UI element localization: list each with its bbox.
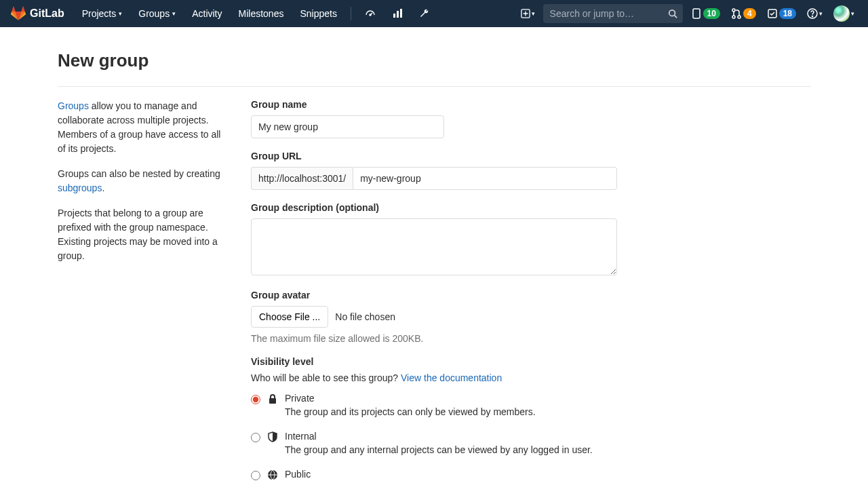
nav-groups[interactable]: Groups▾ [132,3,182,24]
visibility-private-radio[interactable] [251,395,260,404]
svg-point-9 [738,16,741,18]
private-desc: The group and its projects can only be v… [285,406,810,417]
user-avatar [833,5,850,22]
lock-icon [267,393,278,404]
group-description-label: Group description (optional) [251,202,810,213]
svg-rect-13 [269,398,276,404]
nav-todos[interactable]: 18 [764,5,799,22]
chevron-down-icon: ▾ [851,10,854,17]
help-text: Groups can also be nested by creating [58,168,220,179]
internal-title: Internal [285,431,810,442]
chart-icon [392,8,403,19]
help-sidebar: Groups allow you to manage and collabora… [58,99,231,483]
svg-point-12 [812,16,812,16]
file-status: No file chosen [335,311,395,322]
new-dropdown[interactable]: ▾ [518,6,538,21]
mr-badge: 4 [743,8,756,19]
nav-merge-requests[interactable]: 4 [728,5,759,22]
visibility-public-radio[interactable] [251,471,260,480]
issues-badge: 10 [703,8,720,19]
wrench-icon [419,8,430,19]
group-name-input[interactable] [251,115,444,138]
search-icon [668,9,677,18]
svg-point-0 [370,14,371,16]
svg-rect-2 [397,11,399,18]
group-avatar-label: Group avatar [251,290,810,301]
url-prefix: http://localhost:3001/ [251,167,353,190]
svg-rect-1 [393,14,395,18]
chevron-down-icon: ▾ [172,10,176,17]
tanuki-icon [11,6,26,21]
globe-icon [267,469,278,480]
todos-icon [767,8,778,19]
chevron-down-icon: ▾ [819,10,823,17]
divider [351,7,351,20]
shield-icon [267,431,278,442]
group-name-label: Group name [251,99,810,110]
nav-snippets[interactable]: Snippets [293,3,343,24]
brand-text: GitLab [30,7,64,20]
page-title: New group [58,41,810,87]
svg-rect-6 [693,9,700,18]
visibility-help: Who will be able to see this group? [251,372,401,383]
svg-point-7 [732,9,735,12]
merge-request-icon [731,8,742,19]
nav-projects[interactable]: Projects▾ [75,3,130,24]
form: Group name Group URL http://localhost:30… [251,99,810,483]
dashboard-icon [365,8,376,19]
nav-help[interactable]: ▾ [804,5,825,22]
avatar-help-text: The maximum file size allowed is 200KB. [251,333,810,344]
todos-badge: 18 [779,8,796,19]
subgroups-link[interactable]: subgroups [58,182,102,193]
group-url-input[interactable] [353,167,617,190]
group-description-input[interactable] [251,218,617,275]
group-url-label: Group URL [251,151,810,161]
nav-issues[interactable]: 10 [688,5,723,22]
search-input[interactable] [543,4,683,23]
visibility-doc-link[interactable]: View the documentation [401,372,502,383]
groups-link[interactable]: Groups [58,100,89,111]
user-menu[interactable]: ▾ [831,3,857,24]
nav-admin[interactable] [412,3,437,24]
visibility-label: Visibility level [251,356,810,367]
chevron-down-icon: ▾ [532,10,535,17]
nav-analytics[interactable] [385,3,410,24]
help-text: Projects that belong to a group are pref… [58,206,231,263]
nav-operations[interactable] [358,3,382,24]
issues-icon [691,8,702,19]
help-icon [807,8,818,19]
svg-rect-3 [400,9,402,18]
visibility-internal-radio[interactable] [251,433,260,442]
svg-point-5 [669,10,675,16]
top-navbar: GitLab Projects▾ Groups▾ Activity Milest… [0,0,868,27]
choose-file-button[interactable]: Choose File ... [251,306,328,328]
public-title: Public [285,469,810,480]
internal-desc: The group and any internal projects can … [285,444,810,455]
plus-icon [521,9,530,18]
nav-milestones[interactable]: Milestones [232,3,291,24]
help-text: . [102,182,104,193]
gitlab-logo[interactable]: GitLab [11,6,64,21]
chevron-down-icon: ▾ [119,10,122,17]
private-title: Private [285,393,810,404]
nav-activity[interactable]: Activity [185,3,229,24]
svg-point-8 [732,16,735,18]
